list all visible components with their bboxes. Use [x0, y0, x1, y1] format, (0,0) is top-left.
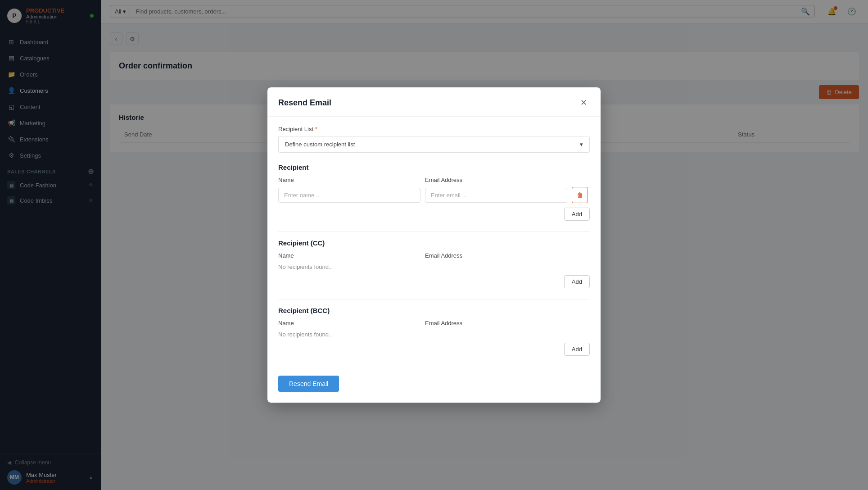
divider-2 — [278, 299, 590, 299]
no-bcc-recipients: No recipients found.. — [278, 330, 590, 338]
email-cc-header: Email Address — [425, 252, 567, 259]
no-cc-recipients: No recipients found.. — [278, 263, 590, 271]
no-recipients-cc-text: No recipients found.. — [278, 262, 332, 272]
divider-1 — [278, 231, 590, 232]
recipient-bcc-header: Name Email Address — [278, 320, 590, 327]
add-bcc-bar: Add — [278, 338, 590, 356]
add-recipient-bar: Add — [278, 203, 590, 221]
recipient-name-input[interactable] — [278, 188, 420, 203]
add-bcc-button[interactable]: Add — [564, 343, 590, 356]
recipient-cc-section: Recipient (CC) Name Email Address No rec… — [278, 239, 590, 288]
email-col-header: Email Address — [425, 177, 567, 183]
required-indicator: * — [315, 126, 317, 132]
modal-footer: Resend Email — [267, 376, 601, 403]
chevron-down-icon: ▾ — [580, 141, 583, 148]
modal-close-button[interactable]: ✕ — [577, 96, 590, 109]
no-recipients-bcc-text: No recipients found.. — [278, 329, 332, 340]
delete-recipient-button[interactable]: 🗑 — [572, 187, 588, 203]
recipient-title: Recipient — [278, 163, 590, 171]
recipient-bcc-title: Recipient (BCC) — [278, 307, 590, 314]
email-bcc-header: Email Address — [425, 320, 567, 327]
recipient-cc-header: Name Email Address — [278, 252, 590, 259]
main-content: All ▾ 🔍 🔔 🕐 ‹ ⚙ Order confirmation 🗑 — [101, 0, 868, 490]
recipient-email-input[interactable] — [425, 188, 567, 203]
add-cc-button[interactable]: Add — [564, 275, 590, 288]
recipient-bcc-section: Recipient (BCC) Name Email Address No re… — [278, 307, 590, 356]
name-cc-header: Name — [278, 252, 420, 259]
recipient-grid-header: Name Email Address — [278, 177, 590, 183]
add-recipient-button[interactable]: Add — [564, 208, 590, 221]
recipient-list-value: Define custom recipient list — [285, 141, 355, 148]
resend-email-modal: Resend Email ✕ Recipient List * Define c… — [267, 87, 601, 403]
modal-header: Resend Email ✕ — [267, 87, 601, 117]
name-col-header: Name — [278, 177, 420, 183]
resend-email-button[interactable]: Resend Email — [278, 376, 339, 392]
recipient-list-section: Recipient List * Define custom recipient… — [278, 126, 590, 153]
add-cc-bar: Add — [278, 271, 590, 288]
recipient-cc-title: Recipient (CC) — [278, 239, 590, 247]
modal-overlay[interactable]: Resend Email ✕ Recipient List * Define c… — [101, 0, 868, 490]
recipient-list-dropdown[interactable]: Define custom recipient list ▾ — [278, 136, 590, 153]
modal-title: Resend Email — [278, 98, 331, 108]
name-bcc-header: Name — [278, 320, 420, 327]
recipient-list-label: Recipient List * — [278, 126, 590, 132]
modal-body: Recipient List * Define custom recipient… — [267, 117, 601, 376]
recipient-section: Recipient Name Email Address 🗑 Add — [278, 163, 590, 221]
recipient-row: 🗑 — [278, 187, 590, 203]
